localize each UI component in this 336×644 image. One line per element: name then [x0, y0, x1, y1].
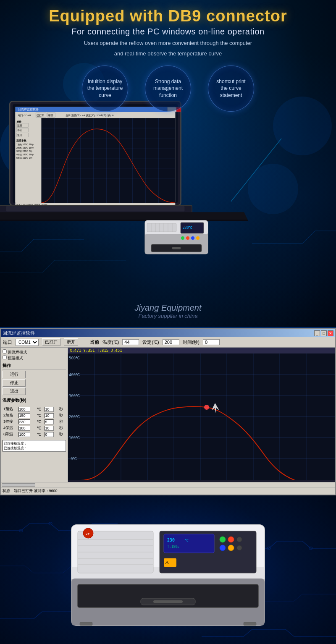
svg-text:℃: ℃ — [185, 539, 189, 542]
svg-text:200℃: 200℃ — [69, 415, 80, 419]
sw-close-btn2[interactable]: 断开 — [64, 338, 78, 346]
sw-time-label: 时间(秒) — [183, 339, 200, 346]
svg-point-69 — [196, 236, 200, 240]
svg-text:退出: 退出 — [17, 134, 22, 136]
sw-checkboxes: 回流焊模式 恒温模式 — [3, 349, 66, 361]
sw-temp-label: 温度(℃) — [102, 339, 119, 346]
sw-main: 回流焊模式 恒温模式 操作 运行 停止 退出 温度参数(秒) 1预热 ℃ 秒 — [1, 348, 335, 482]
svg-rect-58 — [6, 206, 184, 211]
reflow-machine-small: 230℃ — [143, 218, 210, 256]
sw-current-label: 当前 — [90, 339, 99, 346]
svg-text:100℃: 100℃ — [69, 436, 80, 440]
svg-point-100 — [204, 405, 209, 410]
sw-close-btn[interactable]: ✕ — [328, 330, 333, 336]
sw-scrollbar[interactable] — [1, 482, 335, 487]
sw-titlebar: 回流焊监控软件 _ □ ✕ — [1, 329, 335, 337]
sw-stage-row: 1预热 ℃ 秒 — [3, 406, 66, 412]
sw-temp-value: 44 — [122, 339, 139, 345]
sw-exit-btn[interactable]: 退出 — [3, 387, 26, 395]
svg-rect-79 — [68, 353, 335, 480]
sw-set-value: 200 — [163, 339, 179, 345]
sw-chart-canvas: 500℃ 400℃ 300℃ 200℃ 100℃ 0℃ — [68, 353, 335, 480]
sw-stage-row: 4保温 ℃ 秒 — [3, 425, 66, 431]
sw-chart-area: X:471 Y:351 T:815 D:451 — [68, 348, 335, 482]
svg-text:1预热 100℃ 10秒: 1预热 100℃ 10秒 — [16, 143, 34, 146]
hero-title-main: Equipped with DB9 connector — [0, 8, 336, 25]
svg-text:断开: 断开 — [48, 114, 53, 117]
svg-point-67 — [186, 236, 189, 240]
sw-chart-header: X:471 Y:351 T:815 D:451 — [68, 348, 335, 353]
hero-desc-line1: Users operate the reflow oven more conve… — [0, 39, 336, 47]
svg-text:当前 温度(℃): 44  设定(℃): 200  时间(秒: 当前 温度(℃): 44 设定(℃): 200 时间(秒): 0 — [66, 114, 114, 117]
hero-titles: Equipped with DB9 connector For connecti… — [0, 0, 336, 58]
svg-point-128 — [237, 537, 242, 542]
hero-title-sub: For connecting the PC windows on-line op… — [0, 27, 336, 37]
brand-text: Jiyang Equipment Factory supplier in chi… — [135, 303, 202, 319]
feature-bubble-shortcut: shortcut print the curve statement — [208, 65, 254, 112]
svg-rect-135 — [80, 622, 92, 626]
sw-run-btn[interactable]: 运行 — [3, 371, 26, 378]
svg-text:端口 COM1: 端口 COM1 — [18, 114, 32, 117]
svg-text:4保温 180℃ 10秒: 4保温 180℃ 10秒 — [16, 153, 34, 156]
sw-toolbar: 端口 COM1 已打开 断开 当前 温度(℃) 44 设定(℃) 200 时间(… — [1, 337, 335, 348]
sw-status-bar: 状态：端口已打开 波特率：9600 — [1, 487, 335, 495]
svg-text:3焊接 230℃  5秒: 3焊接 230℃ 5秒 — [16, 150, 32, 152]
feature-bubble-intuition: Intuition display the temperature curve — [82, 65, 128, 112]
svg-text:500℃: 500℃ — [69, 356, 80, 360]
feature-bubbles: Intuition display the temperature curve … — [0, 65, 336, 112]
sw-checkbox-constant[interactable]: 恒温模式 — [3, 355, 66, 361]
sw-titlebar-buttons: _ □ ✕ — [314, 330, 333, 336]
svg-rect-120 — [164, 534, 214, 553]
svg-rect-71 — [172, 247, 181, 249]
sw-stage-row: 6降温 ℃ 秒 — [3, 431, 66, 437]
sw-maximize-btn[interactable]: □ — [321, 330, 327, 336]
svg-point-127 — [228, 545, 234, 551]
laptop-area: 回流焊监控软件 端口 COM1 已打开 断开 当前 温度(℃): 44 设定(℃… — [0, 92, 336, 311]
sw-log-area: 已连接板温度：已连接板温度： — [3, 440, 66, 452]
svg-rect-72 — [147, 223, 176, 232]
svg-text:已打开: 已打开 — [37, 114, 44, 117]
sw-minimize-btn[interactable]: _ — [314, 330, 320, 336]
sw-set-label: 设定(℃) — [142, 339, 159, 346]
machine-section: JY 230 ℃ T:180s ⚠ — [0, 495, 336, 644]
sw-port-label: 端口 — [3, 339, 12, 346]
svg-point-125 — [228, 537, 234, 542]
sw-checkbox-reflow[interactable]: 回流焊模式 — [3, 349, 66, 355]
svg-text:2加热 150℃ 10秒: 2加热 150℃ 10秒 — [16, 147, 34, 149]
machine-image-wrap: JY 230 ℃ T:180s ⚠ — [0, 516, 336, 642]
hero-desc-line2: and real-time observe the temperature cu… — [0, 50, 336, 58]
svg-text:6降温 100℃  0秒: 6降温 100℃ 0秒 — [16, 157, 32, 159]
svg-rect-38 — [41, 118, 175, 203]
svg-point-126 — [220, 545, 226, 551]
svg-text:T:180s: T:180s — [167, 545, 179, 549]
feature-bubble-data: Strong data management function — [145, 65, 191, 112]
svg-rect-134 — [153, 600, 183, 603]
sw-stop-btn[interactable]: 停止 — [3, 379, 26, 387]
sw-stage-table: 1预热 ℃ 秒 2加热 ℃ 秒 3焊接 ℃ 秒 4保温 ℃ 秒 6降温 ℃ — [3, 406, 66, 437]
software-window: 回流焊监控软件 _ □ ✕ 端口 COM1 已打开 断开 当前 温度(℃) 44… — [0, 328, 336, 495]
sw-port-select[interactable]: COM1 — [16, 339, 39, 346]
software-section: 回流焊监控软件 _ □ ✕ 端口 COM1 已打开 断开 当前 温度(℃) 44… — [0, 327, 336, 495]
svg-text:230: 230 — [167, 538, 175, 542]
svg-text:JY: JY — [86, 532, 90, 536]
svg-point-66 — [181, 236, 184, 240]
sw-title: 回流焊监控软件 — [3, 330, 35, 336]
sw-open-btn[interactable]: 已打开 — [42, 338, 60, 346]
svg-text:操作: 操作 — [16, 120, 22, 123]
hero-section: Equipped with DB9 connector For connecti… — [0, 0, 336, 327]
svg-point-68 — [191, 236, 194, 240]
svg-text:230℃: 230℃ — [183, 226, 192, 230]
sw-stage-row: 2加热 ℃ 秒 — [3, 412, 66, 419]
svg-point-129 — [237, 545, 242, 550]
svg-text:停止: 停止 — [17, 128, 22, 131]
svg-text:400℃: 400℃ — [69, 373, 80, 377]
sw-left-panel: 回流焊模式 恒温模式 操作 运行 停止 退出 温度参数(秒) 1预热 ℃ 秒 — [1, 348, 68, 482]
svg-rect-136 — [244, 622, 256, 626]
sw-op-title: 操作 — [3, 363, 66, 369]
svg-text:300℃: 300℃ — [69, 394, 80, 398]
svg-text:0℃: 0℃ — [71, 457, 77, 461]
svg-text:运行: 运行 — [17, 124, 22, 127]
sw-scrollbar-thumb[interactable] — [2, 483, 35, 487]
sw-time-value: 0 — [203, 339, 220, 345]
sw-stage-row: 3焊接 ℃ 秒 — [3, 419, 66, 425]
